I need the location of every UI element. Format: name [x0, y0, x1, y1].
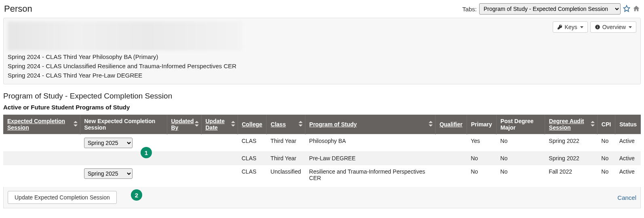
context-program-line: Spring 2024 - CLAS Third Year Philosophy…	[8, 52, 636, 61]
svg-marker-12	[429, 121, 433, 123]
footer-bar: Update Expected Completion Session 2 Can…	[3, 187, 641, 208]
sort-icon	[429, 121, 433, 128]
svg-marker-13	[429, 125, 433, 127]
home-icon[interactable]	[633, 5, 640, 13]
cell-upddate	[201, 134, 238, 152]
svg-marker-6	[195, 121, 199, 123]
cell-class: Third Year	[267, 152, 305, 165]
svg-marker-8	[231, 121, 235, 123]
cancel-link[interactable]: Cancel	[617, 194, 636, 201]
col-header-cpi: CPI	[597, 115, 615, 134]
col-header-college[interactable]: College	[238, 115, 267, 134]
cell-das: Spring 2022	[545, 134, 597, 152]
overview-button[interactable]: Overview	[590, 21, 636, 33]
cell-college: CLAS	[238, 165, 267, 185]
cell-pos: Resilience and Trauma-Informed Perspecti…	[305, 165, 435, 185]
cell-ecs	[3, 165, 80, 185]
cell-pdm: No	[496, 152, 545, 165]
cell-status: Active	[615, 165, 641, 185]
svg-marker-9	[231, 125, 235, 127]
new-ecs-select[interactable]: Spring 2025	[84, 168, 133, 179]
cell-updby	[167, 134, 201, 152]
key-icon	[557, 24, 563, 30]
svg-rect-2	[597, 27, 598, 28]
cell-status: Active	[615, 152, 641, 165]
table-row: Spring 2025 CLAS Third Year Philosophy B…	[3, 134, 641, 152]
context-panel: Keys Overview Spring 2024 - CLAS Third Y…	[3, 18, 641, 84]
cell-ecs	[3, 152, 80, 165]
col-header-prim: Primary	[467, 115, 496, 134]
cell-cpi: No	[597, 134, 615, 152]
cell-college: CLAS	[238, 134, 267, 152]
page-title: Person	[4, 4, 32, 14]
programs-table: Expected Completion Session New Expected…	[3, 115, 641, 184]
svg-marker-15	[591, 125, 595, 127]
col-header-class[interactable]: Class	[267, 115, 305, 134]
cell-updby	[167, 165, 201, 185]
svg-marker-7	[195, 125, 199, 127]
sort-icon	[74, 121, 78, 128]
svg-marker-14	[591, 121, 595, 123]
col-header-das[interactable]: Degree Audit Session	[545, 115, 597, 134]
table-row: Spring 2025 CLAS Unclassified Resilience…	[3, 165, 641, 185]
cell-status: Active	[615, 134, 641, 152]
svg-marker-11	[299, 125, 303, 127]
cell-qual	[435, 134, 467, 152]
cell-cpi: No	[597, 152, 615, 165]
cell-pos: Philosophy BA	[305, 134, 435, 152]
table-row: CLAS Third Year Pre-Law DEGREE No No Spr…	[3, 152, 641, 165]
cell-upddate	[201, 152, 238, 165]
annotation-marker: 1	[141, 147, 152, 158]
new-ecs-select[interactable]: Spring 2025	[84, 138, 133, 148]
cell-das: Fall 2022	[545, 165, 597, 185]
annotation-marker: 2	[131, 189, 142, 201]
sort-icon	[591, 121, 595, 128]
cell-pos: Pre-Law DEGREE	[305, 152, 435, 165]
svg-rect-3	[597, 26, 598, 26]
col-header-ecs[interactable]: Expected Completion Session	[3, 115, 80, 134]
info-icon	[595, 24, 600, 30]
cell-prim: No	[467, 152, 496, 165]
cell-pdm: No	[496, 134, 545, 152]
svg-marker-10	[299, 121, 303, 123]
caret-down-icon	[629, 26, 632, 28]
redacted-region	[8, 21, 242, 50]
cell-updby	[167, 152, 201, 165]
col-header-pos[interactable]: Program of Study	[305, 115, 435, 134]
svg-marker-0	[624, 5, 630, 11]
cell-ecs	[3, 134, 80, 152]
col-header-updby[interactable]: Updated By	[167, 115, 201, 134]
context-program-line: Spring 2024 - CLAS Unclassified Resilien…	[8, 61, 636, 71]
cell-class: Third Year	[267, 134, 305, 152]
sort-icon	[195, 121, 199, 128]
col-header-upddate[interactable]: Update Date	[201, 115, 238, 134]
cell-necs: Spring 2025	[80, 134, 167, 152]
cell-pdm: No	[496, 165, 545, 185]
keys-button-label: Keys	[565, 24, 577, 30]
update-button[interactable]: Update Expected Completion Session	[8, 191, 117, 204]
tabs-select[interactable]: Program of Study - Expected Completion S…	[479, 3, 621, 15]
caret-down-icon	[580, 26, 583, 28]
section-subheading: Active or Future Student Programs of Stu…	[3, 104, 641, 111]
star-icon[interactable]	[623, 5, 630, 13]
tabs-label: Tabs:	[462, 6, 477, 13]
col-header-pdm: Post Degree Major	[496, 115, 545, 134]
col-header-necs: New Expected Completion Session	[80, 115, 167, 134]
cell-necs	[80, 152, 167, 165]
cell-college: CLAS	[238, 152, 267, 165]
cell-prim: Yes	[467, 134, 496, 152]
cell-qual	[435, 165, 467, 185]
svg-marker-4	[74, 121, 78, 123]
cell-prim: No	[467, 165, 496, 185]
cell-cpi: No	[597, 165, 615, 185]
svg-marker-5	[74, 125, 78, 127]
sort-icon	[231, 121, 235, 128]
sort-icon	[299, 121, 303, 128]
section-heading: Program of Study - Expected Completion S…	[3, 92, 641, 101]
col-header-status: Status	[615, 115, 641, 134]
col-header-qual[interactable]: Qualifier	[435, 115, 467, 134]
cell-class: Unclassified	[267, 165, 305, 185]
cell-necs: Spring 2025	[80, 165, 167, 185]
overview-button-label: Overview	[602, 24, 626, 30]
keys-button[interactable]: Keys	[553, 21, 588, 33]
